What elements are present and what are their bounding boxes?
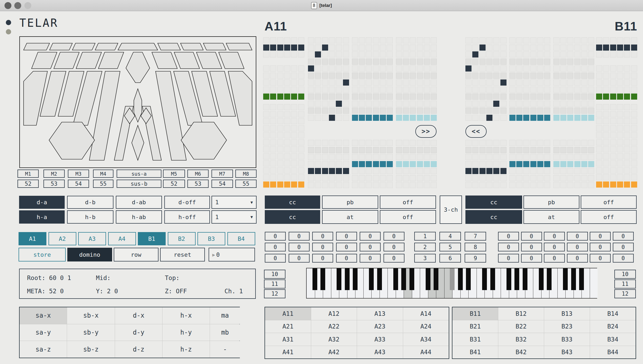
grid-a-cell[interactable]	[373, 108, 379, 114]
grid-b-cell[interactable]	[509, 161, 516, 167]
grid-a-side-cell[interactable]	[263, 160, 269, 166]
grid-b-cell[interactable]	[509, 108, 516, 114]
grid-b-cell[interactable]	[553, 45, 560, 51]
grid-a-side-cell[interactable]	[284, 87, 290, 93]
grid-a-cell[interactable]	[424, 115, 430, 121]
numbox-right-r1c4[interactable]: 0	[567, 232, 588, 241]
grid-a-cell[interactable]	[329, 140, 335, 146]
grid-b-cell[interactable]	[493, 147, 499, 153]
grid-b-cell[interactable]	[509, 79, 516, 86]
grid-b-cell[interactable]	[530, 94, 536, 100]
grid-b-cell[interactable]	[553, 94, 560, 100]
grid-b-side-cell[interactable]	[610, 79, 616, 86]
numbox-right-r3c1[interactable]: 0	[498, 254, 519, 263]
grid-a-cell[interactable]	[315, 154, 321, 160]
grid-a-side-cell[interactable]	[291, 94, 297, 100]
grid-a-cell[interactable]	[431, 140, 437, 146]
grid-b-cell[interactable]	[588, 175, 594, 181]
grid-a-cell[interactable]	[424, 37, 430, 43]
grid-a-cell[interactable]	[410, 154, 416, 160]
grid-b-side-cell[interactable]	[596, 146, 602, 152]
grid-b-side-cell[interactable]	[610, 87, 616, 93]
grid-b-side-cell[interactable]	[617, 146, 623, 152]
grid-b-side-cell[interactable]	[624, 167, 630, 174]
loom-key[interactable]	[196, 52, 222, 69]
mode-button-d-off[interactable]: d-off	[164, 196, 210, 209]
grid-a-cell[interactable]	[352, 182, 358, 188]
grid-a-cell[interactable]	[373, 147, 379, 153]
grid-b-cell[interactable]	[574, 101, 580, 107]
grid-b-cell[interactable]	[574, 168, 580, 174]
grid-a-cell[interactable]	[403, 182, 409, 188]
grid-a-cell[interactable]	[417, 168, 423, 174]
grid-b-cell[interactable]	[500, 45, 507, 51]
bank-table-a-cell-A12[interactable]: A12	[311, 307, 357, 320]
numbox-left-r1c5[interactable]: 0	[360, 232, 381, 241]
grid-a-cell[interactable]	[431, 94, 437, 100]
grid-b-cell[interactable]	[560, 87, 566, 93]
row-button[interactable]: row	[114, 248, 158, 261]
grid-a-cell[interactable]	[410, 37, 416, 43]
grid-a-cell[interactable]	[308, 108, 314, 114]
grid-b-side-cell[interactable]	[610, 37, 616, 43]
grid-a-cell[interactable]	[329, 73, 335, 79]
grid-a-cell[interactable]	[396, 154, 402, 160]
numbox-left-r2c2[interactable]: 0	[289, 243, 310, 251]
grid-a-cell[interactable]	[343, 168, 349, 174]
grid-a-cell[interactable]	[315, 115, 321, 121]
mem-button-M3[interactable]: M3	[68, 170, 89, 178]
grid-b-cell[interactable]	[479, 45, 486, 51]
grid-b-cell[interactable]	[500, 115, 507, 121]
grid-b-side-cell[interactable]	[610, 160, 616, 166]
grid-b-cell[interactable]	[465, 51, 472, 57]
grid-b-cell[interactable]	[516, 108, 522, 114]
grid-b-cell[interactable]	[544, 161, 550, 167]
numbox-left-r1c3[interactable]: 0	[312, 232, 333, 241]
grid-a-cell[interactable]	[359, 37, 365, 43]
grid-a-side-cell[interactable]	[284, 146, 290, 152]
numbox-right-r1c2[interactable]: 0	[521, 232, 542, 241]
grid-b-cell[interactable]	[472, 94, 478, 100]
grid-b-cell[interactable]	[530, 175, 536, 181]
grid-b-side-cell[interactable]	[631, 181, 637, 188]
grid-a-cell[interactable]	[308, 37, 314, 43]
grid-a-cell[interactable]	[387, 65, 393, 72]
routing-table-cell-sa-y[interactable]: sa-y	[20, 324, 67, 341]
grid-a-side-cell[interactable]	[263, 51, 269, 57]
grid-b-cell[interactable]	[588, 115, 594, 121]
grid-b-cell[interactable]	[544, 168, 550, 174]
grid-a-cell[interactable]	[396, 147, 402, 153]
numbox-right-r3c5[interactable]: 0	[590, 254, 611, 263]
grid-a-side-cell[interactable]	[263, 94, 269, 100]
grid-b-cell[interactable]	[500, 168, 507, 174]
numbox-right-r2c5[interactable]: 0	[590, 243, 611, 251]
grid-a-side-cell[interactable]	[284, 79, 290, 86]
grid-b-side-cell[interactable]	[631, 118, 637, 124]
grid-b-cell[interactable]	[493, 37, 499, 43]
grid-b-side-cell[interactable]	[610, 51, 616, 57]
grid-a-cell[interactable]	[329, 182, 335, 188]
piano-black-key-23[interactable]	[571, 268, 576, 290]
grid-a-side-cell[interactable]	[263, 146, 269, 152]
bank-table-a-cell-A23[interactable]: A23	[357, 320, 403, 333]
grid-a-cell[interactable]	[417, 182, 423, 188]
routing-table-cell-d-z[interactable]: d-z	[115, 341, 162, 358]
grid-b-cell[interactable]	[574, 175, 580, 181]
grid-a-cell[interactable]	[322, 65, 328, 72]
grid-a-side-cell[interactable]	[298, 104, 304, 110]
grid-a-side-cell[interactable]	[291, 153, 297, 159]
grid-a-cell[interactable]	[380, 182, 386, 188]
grid-a-cell[interactable]	[359, 161, 365, 167]
bank-table-b-cell-B24[interactable]: B24	[590, 320, 636, 333]
loom-key[interactable]	[174, 52, 200, 69]
grid-a-cell[interactable]	[322, 161, 328, 167]
grid-a-side-cell[interactable]	[298, 139, 304, 145]
grid-b-cell[interactable]	[560, 161, 566, 167]
grid-b-side-cell[interactable]	[603, 73, 609, 79]
routing-table-cell-sb-y[interactable]: sb-y	[67, 324, 115, 341]
piano-black-key-10[interactable]	[426, 268, 430, 290]
grid-b-cell[interactable]	[472, 45, 478, 51]
bank-table-a-cell-A33[interactable]: A33	[357, 333, 403, 346]
grid-b-cell[interactable]	[588, 51, 594, 57]
grid-a-cell[interactable]	[417, 94, 423, 100]
